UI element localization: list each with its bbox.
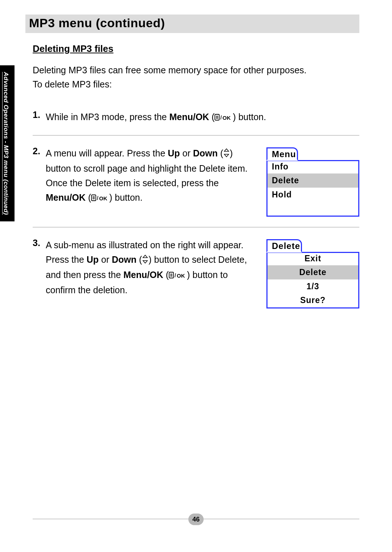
step-2: 2. A menu will appear. Press the Up or D… (33, 146, 359, 217)
svg-text:/: / (175, 273, 176, 278)
step-2-text: A menu will appear. Press the Up or Down… (46, 146, 266, 205)
step-2-number: 2. (33, 146, 46, 156)
svg-marker-15 (143, 261, 147, 263)
delete-box-item-count: 1/3 (268, 279, 358, 294)
separator (33, 135, 359, 136)
menu-box-tab: Menu (266, 147, 298, 161)
menu-box-item-info: Info (268, 160, 358, 174)
svg-text:OK: OK (177, 273, 185, 279)
intro-text: Deleting MP3 files can free some memory … (33, 63, 359, 91)
delete-box-item-exit: Exit (268, 252, 358, 266)
page-title-bar: MP3 menu (continued) (25, 15, 359, 33)
svg-text:OK: OK (99, 195, 107, 201)
page-number: 46 (188, 514, 204, 525)
page-title: MP3 menu (continued) (29, 16, 165, 30)
svg-marker-6 (224, 149, 229, 151)
delete-box: Delete Exit Delete 1/3 Sure? (266, 252, 359, 308)
menu-box-item-delete: Delete (268, 173, 358, 188)
step-3-illustration: Delete Exit Delete 1/3 Sure? (266, 239, 359, 308)
svg-text:/: / (220, 115, 222, 120)
step-2-illustration: Menu Info Delete Hold (266, 147, 359, 217)
menu-box-item-hold: Hold (268, 188, 358, 202)
intro-line-1: Deleting MP3 files can free some memory … (33, 65, 307, 75)
step-3-text: A sub-menu as illustrated on the right w… (46, 238, 266, 297)
menu-ok-icon: /OK (169, 268, 187, 283)
svg-marker-14 (143, 255, 147, 258)
delete-box-tab: Delete (266, 239, 302, 253)
intro-line-2: To delete MP3 files: (33, 79, 112, 89)
delete-box-item-delete: Delete (268, 265, 358, 279)
step-1-number: 1. (33, 110, 46, 120)
step-1: 1. While in MP3 mode, press the Menu/OK … (33, 110, 359, 125)
menu-ok-icon: /OK (215, 110, 233, 125)
section-heading: Deleting MP3 files (33, 43, 359, 54)
up-down-icon (223, 147, 230, 161)
step-3: 3. A sub-menu as illustrated on the righ… (33, 238, 359, 308)
step-1-text: While in MP3 mode, press the Menu/OK (/O… (46, 110, 359, 125)
delete-box-item-sure: Sure? (268, 293, 358, 307)
menu-box-spacer (268, 201, 358, 216)
menu-ok-icon: /OK (91, 191, 109, 205)
separator (33, 227, 359, 228)
menu-box: Menu Info Delete Hold (266, 160, 359, 217)
svg-marker-7 (224, 154, 229, 157)
up-down-icon (142, 253, 148, 267)
svg-text:OK: OK (222, 115, 231, 121)
footer-page-wrap: 46 (0, 514, 392, 525)
svg-text:/: / (97, 195, 98, 201)
step-3-number: 3. (33, 238, 46, 248)
